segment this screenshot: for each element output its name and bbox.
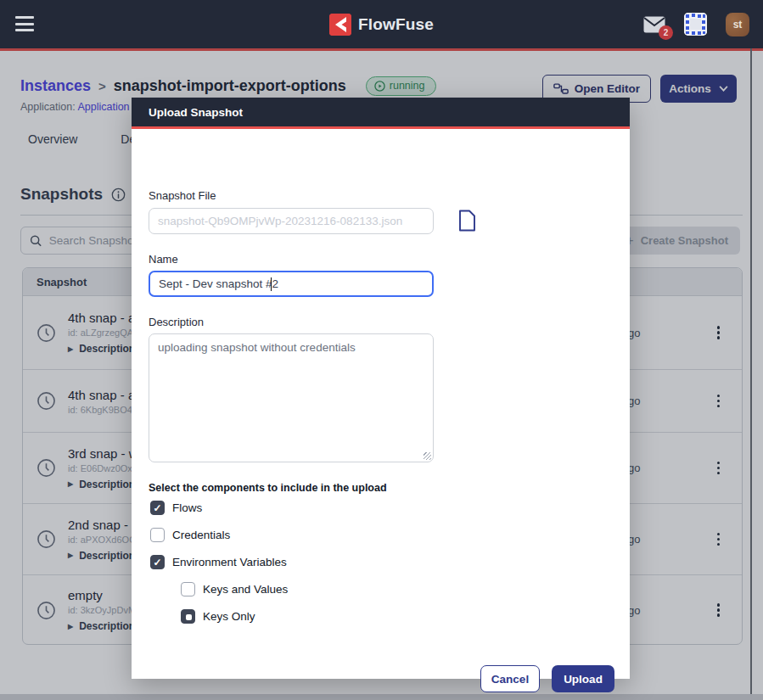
checkbox-label: Flows	[172, 501, 202, 514]
text-cursor	[271, 277, 272, 291]
upload-snapshot-modal: Upload Snapshot Snapshot File Name Descr…	[132, 98, 630, 679]
upload-button[interactable]: Upload	[552, 665, 614, 692]
radio-label: Keys Only	[203, 610, 255, 623]
components-heading: Select the components to include in the …	[149, 482, 387, 494]
user-avatar[interactable]: st	[726, 13, 749, 36]
radio-keys-only[interactable]: Keys Only	[181, 609, 255, 624]
radio-label: Keys and Values	[203, 583, 288, 596]
description-label: Description	[149, 316, 204, 328]
radio-keys-and-values[interactable]: Keys and Values	[181, 582, 288, 596]
window-bottom-edge	[0, 694, 763, 700]
modal-header: Upload Snapshot	[132, 98, 630, 129]
checkbox-credentials[interactable]: Credentials	[150, 528, 230, 542]
team-avatar-icon[interactable]	[684, 13, 707, 36]
name-input[interactable]	[149, 271, 434, 297]
checkbox-icon[interactable]	[150, 501, 165, 515]
brand-name: FlowFuse	[358, 15, 434, 34]
checkbox-icon[interactable]	[150, 528, 165, 542]
cancel-button[interactable]: Cancel	[480, 665, 540, 692]
checkbox-label: Environment Variables	[172, 556, 287, 568]
snapshot-file-input[interactable]	[149, 208, 434, 234]
flowfuse-logo-icon	[329, 14, 351, 36]
notifications-button[interactable]: 2	[643, 16, 665, 33]
checkbox-label: Credentials	[172, 529, 230, 541]
top-navbar: FlowFuse 2 st	[0, 0, 763, 48]
checkbox-icon[interactable]	[150, 555, 165, 569]
radio-icon[interactable]	[181, 609, 195, 624]
window-right-edge	[750, 48, 752, 700]
document-icon	[458, 210, 476, 232]
file-picker-button[interactable]	[455, 208, 479, 233]
notification-count-badge: 2	[659, 25, 673, 40]
checkbox-flows[interactable]: Flows	[150, 501, 202, 515]
radio-icon[interactable]	[181, 582, 195, 596]
checkbox-environment-variables[interactable]: Environment Variables	[150, 555, 287, 569]
description-textarea[interactable]: uploading snapshot without credentials	[149, 333, 434, 462]
modal-title: Upload Snapshot	[149, 106, 243, 119]
snapshot-file-label: Snapshot File	[149, 189, 216, 202]
textarea-resize-handle[interactable]	[424, 452, 431, 460]
name-label: Name	[149, 253, 178, 266]
